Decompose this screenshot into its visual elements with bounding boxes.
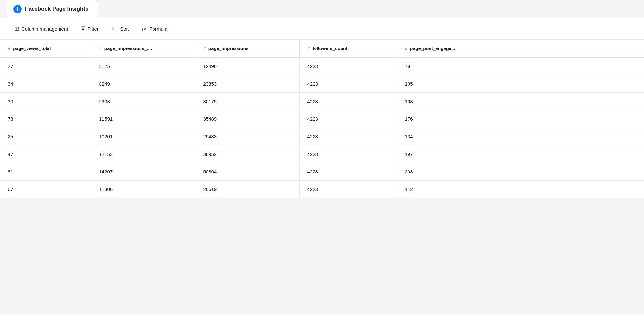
cell-page_post_engage-row-5: 197 xyxy=(397,145,644,163)
col-header-page-impressions[interactable]: # page_impressions xyxy=(195,40,299,57)
col-header-page-views-total[interactable]: # page_views_total xyxy=(0,40,91,57)
cell-page_impressions_ellipsis-row-0: 5125 xyxy=(91,57,195,75)
cell-page_impressions-row-6: 50864 xyxy=(195,163,299,181)
formula-icon: f× xyxy=(142,26,147,32)
hash-icon-1: # xyxy=(8,46,10,51)
sort-label: Sort xyxy=(120,26,129,32)
cell-page_post_engage-row-2: 108 xyxy=(397,93,644,110)
table-row: 8114207508644223203 xyxy=(0,163,644,181)
cell-page_post_engage-row-0: 78 xyxy=(397,57,644,75)
cell-page_views_total-row-3: 78 xyxy=(0,110,91,128)
cell-page_impressions-row-7: 20619 xyxy=(195,181,299,198)
cell-page_post_engage-row-7: 112 xyxy=(397,181,644,198)
col-label-page-impressions-ellipsis: page_impressions_.... xyxy=(104,46,152,51)
cell-page_views_total-row-4: 25 xyxy=(0,128,91,145)
cell-page_impressions-row-2: 30175 xyxy=(195,93,299,110)
cell-followers_count-row-1: 4223 xyxy=(299,75,397,93)
filter-icon: ⊽ xyxy=(81,25,85,32)
col-header-page-post-engage[interactable]: # page_post_engage... xyxy=(397,40,644,57)
column-management-button[interactable]: ⊞ Column management xyxy=(8,23,74,35)
hash-icon-4: # xyxy=(307,46,310,51)
cell-followers_count-row-4: 4223 xyxy=(299,128,397,145)
cell-page_views_total-row-2: 30 xyxy=(0,93,91,110)
cell-page_impressions_ellipsis-row-3: 11591 xyxy=(91,110,195,128)
table-row: 27512512496422378 xyxy=(0,57,644,75)
formula-label: Formula xyxy=(149,26,167,32)
tab-bar: f Facebook Page Insights xyxy=(0,0,644,18)
cell-page_post_engage-row-4: 134 xyxy=(397,128,644,145)
column-management-label: Column management xyxy=(21,26,68,32)
cell-page_impressions-row-5: 38952 xyxy=(195,145,299,163)
cell-followers_count-row-7: 4223 xyxy=(299,181,397,198)
table-row: 4712153389524223197 xyxy=(0,145,644,163)
cell-page_impressions-row-4: 29433 xyxy=(195,128,299,145)
cell-followers_count-row-6: 4223 xyxy=(299,163,397,181)
cell-followers_count-row-3: 4223 xyxy=(299,110,397,128)
toolbar: ⊞ Column management ⊽ Filter ≡↓ Sort f× … xyxy=(0,18,644,40)
col-header-followers-count[interactable]: # followers_count xyxy=(299,40,397,57)
cell-page_views_total-row-0: 27 xyxy=(0,57,91,75)
col-label-page-impressions: page_impressions xyxy=(208,46,248,51)
data-table-container: # page_views_total # page_impressions_..… xyxy=(0,40,644,198)
cell-page_impressions_ellipsis-row-1: 8249 xyxy=(91,75,195,93)
cell-page_post_engage-row-6: 203 xyxy=(397,163,644,181)
tab-facebook-page-insights[interactable]: f Facebook Page Insights xyxy=(7,0,98,18)
col-label-followers-count: followers_count xyxy=(313,46,347,51)
cell-page_impressions_ellipsis-row-6: 14207 xyxy=(91,163,195,181)
filter-label: Filter xyxy=(87,26,98,32)
cell-page_post_engage-row-3: 176 xyxy=(397,110,644,128)
cell-page_views_total-row-7: 67 xyxy=(0,181,91,198)
cell-page_impressions-row-0: 12496 xyxy=(195,57,299,75)
filter-button[interactable]: ⊽ Filter xyxy=(74,23,105,35)
table-row: 348249238534223105 xyxy=(0,75,644,93)
cell-page_impressions_ellipsis-row-5: 12153 xyxy=(91,145,195,163)
facebook-icon: f xyxy=(13,5,22,13)
cell-followers_count-row-2: 4223 xyxy=(299,93,397,110)
sort-icon: ≡↓ xyxy=(112,26,117,32)
cell-page_impressions_ellipsis-row-2: 9908 xyxy=(91,93,195,110)
cell-followers_count-row-5: 4223 xyxy=(299,145,397,163)
table-row: 309908301754223108 xyxy=(0,93,644,110)
table-header-row: # page_views_total # page_impressions_..… xyxy=(0,40,644,57)
table-body: 2751251249642237834824923853422310530990… xyxy=(0,57,644,198)
col-label-page-views-total: page_views_total xyxy=(13,46,51,51)
table-row: 2510201294334223134 xyxy=(0,128,644,145)
tab-label: Facebook Page Insights xyxy=(25,6,88,12)
cell-page_impressions-row-3: 35489 xyxy=(195,110,299,128)
page-wrapper: f Facebook Page Insights ⊞ Column manage… xyxy=(0,0,644,315)
cell-page_views_total-row-6: 81 xyxy=(0,163,91,181)
cell-page_impressions_ellipsis-row-4: 10201 xyxy=(91,128,195,145)
column-management-icon: ⊞ xyxy=(14,25,19,32)
hash-icon-3: # xyxy=(203,46,206,51)
cell-page_post_engage-row-1: 105 xyxy=(397,75,644,93)
sort-button[interactable]: ≡↓ Sort xyxy=(105,23,136,35)
cell-page_impressions_ellipsis-row-7: 11306 xyxy=(91,181,195,198)
cell-page_impressions-row-1: 23853 xyxy=(195,75,299,93)
col-header-page-impressions-ellipsis[interactable]: # page_impressions_.... xyxy=(91,40,195,57)
table-row: 7811591354894223176 xyxy=(0,110,644,128)
table-row: 6711306206194223112 xyxy=(0,181,644,198)
cell-page_views_total-row-1: 34 xyxy=(0,75,91,93)
cell-followers_count-row-0: 4223 xyxy=(299,57,397,75)
formula-button[interactable]: f× Formula xyxy=(136,23,174,35)
data-table: # page_views_total # page_impressions_..… xyxy=(0,40,644,198)
col-label-page-post-engage: page_post_engage... xyxy=(410,46,455,51)
hash-icon-2: # xyxy=(99,46,102,51)
hash-icon-5: # xyxy=(405,46,408,51)
cell-page_views_total-row-5: 47 xyxy=(0,145,91,163)
